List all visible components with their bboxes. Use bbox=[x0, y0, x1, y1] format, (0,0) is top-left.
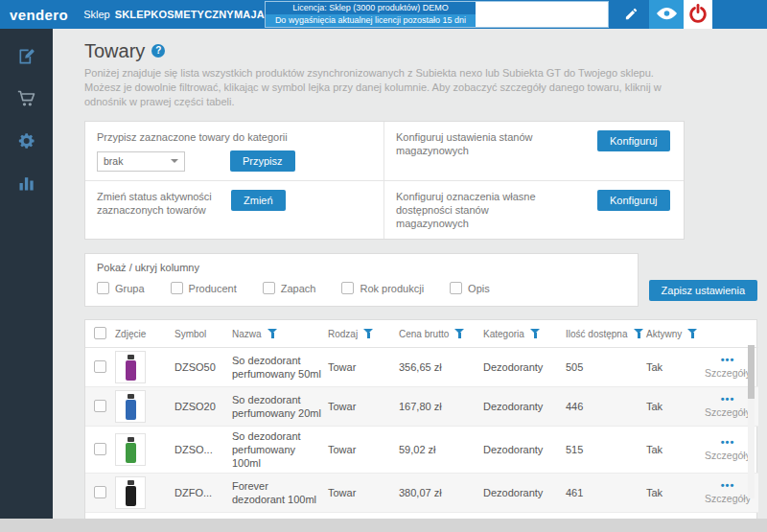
table-row: DZSO50 So dezodorant perfumowany 50ml To… bbox=[85, 348, 758, 387]
product-active: Tak bbox=[643, 348, 697, 387]
products-table: Zdjęcie Symbol Nazwa Rodzaj Cena brutto … bbox=[85, 320, 758, 513]
checkbox[interactable] bbox=[97, 282, 109, 294]
checkbox[interactable] bbox=[171, 282, 183, 294]
product-image bbox=[115, 476, 146, 509]
cart-icon bbox=[17, 89, 36, 110]
filter-icon[interactable] bbox=[530, 329, 541, 339]
column-toggle-label: Rok produkcji bbox=[360, 283, 424, 294]
page-title: Towary bbox=[84, 40, 145, 61]
table-scrollbar[interactable] bbox=[748, 345, 755, 498]
bulk-actions-panel: Przypisz zaznaczone towary do kategorii … bbox=[84, 121, 685, 240]
table-header-row: Zdjęcie Symbol Nazwa Rodzaj Cena brutto … bbox=[85, 320, 758, 348]
select-all-checkbox[interactable] bbox=[94, 327, 106, 339]
change-status-label: Zmień status aktywności zaznaczonych tow… bbox=[97, 190, 229, 217]
sidebar-item-statistics[interactable] bbox=[0, 163, 53, 205]
product-quantity: 461 bbox=[563, 474, 643, 513]
license-line1: Licencja: Sklep (3000 produktów) DEMO bbox=[266, 2, 476, 14]
product-price: 356,65 zł bbox=[396, 348, 480, 387]
row-checkbox[interactable] bbox=[94, 360, 106, 373]
scrollbar-thumb[interactable] bbox=[748, 345, 755, 399]
filter-icon[interactable] bbox=[454, 329, 465, 339]
stock-settings-label: Konfiguruj ustawienia stanów magazynowyc… bbox=[396, 130, 563, 157]
product-image bbox=[115, 351, 146, 383]
product-category: Dezodoranty bbox=[480, 427, 563, 474]
sidebar-item-products[interactable] bbox=[0, 36, 53, 79]
chevron-down-icon bbox=[171, 159, 178, 163]
chart-icon bbox=[17, 173, 36, 195]
shop-title: Sklep SKLEPKOSMETYCZNYMAJA bbox=[83, 0, 265, 29]
sidebar-item-orders[interactable] bbox=[0, 79, 53, 121]
product-quantity: 446 bbox=[563, 387, 643, 427]
row-checkbox[interactable] bbox=[94, 486, 106, 498]
filter-icon[interactable] bbox=[634, 329, 644, 339]
pagination: 1 Wyświetlanie elementów 1 - 4 z 4 bbox=[85, 513, 756, 519]
column-toggle-label: Opis bbox=[468, 283, 490, 294]
configure-stock-button[interactable]: Konfiguruj bbox=[597, 130, 670, 151]
col-header-active: Aktywny bbox=[643, 320, 697, 348]
product-type: Towar bbox=[325, 387, 396, 427]
filter-icon[interactable] bbox=[363, 329, 374, 339]
columns-panel-title: Pokaż / ukryj kolumny bbox=[97, 262, 626, 273]
preview-shop-button[interactable] bbox=[649, 0, 684, 29]
col-header-price: Cena brutto bbox=[396, 320, 480, 348]
product-name: Forever dezodorant 100ml bbox=[229, 474, 325, 513]
col-header-name: Nazwa bbox=[229, 320, 325, 348]
product-type: Towar bbox=[325, 474, 396, 513]
product-symbol: DZSO50 bbox=[172, 348, 229, 387]
checkbox[interactable] bbox=[341, 282, 354, 294]
column-toggle-rok-produkcji[interactable]: Rok produkcji bbox=[341, 282, 424, 294]
column-toggle-opis[interactable]: Opis bbox=[450, 282, 490, 294]
assign-button[interactable]: Przypisz bbox=[230, 150, 295, 172]
topbar: vendero Sklep SKLEPKOSMETYCZNYMAJA Licen… bbox=[0, 0, 767, 29]
product-price: 167,80 zł bbox=[396, 387, 480, 427]
pencil-icon bbox=[624, 7, 639, 23]
row-checkbox[interactable] bbox=[94, 443, 106, 455]
product-image bbox=[115, 433, 146, 466]
checkbox[interactable] bbox=[263, 282, 275, 294]
sidebar-item-settings[interactable] bbox=[0, 121, 53, 163]
availability-settings-label: Konfiguruj oznaczenia własne dostępności… bbox=[396, 190, 563, 230]
col-header-category: Kategoria bbox=[480, 320, 563, 348]
col-header-photo: Zdjęcie bbox=[112, 320, 172, 348]
gear-icon bbox=[17, 131, 36, 152]
column-toggle-zapach[interactable]: Zapach bbox=[263, 282, 316, 294]
product-active: Tak bbox=[643, 427, 697, 474]
checkbox[interactable] bbox=[450, 282, 462, 294]
product-category: Dezodoranty bbox=[480, 474, 563, 513]
license-progress-bar bbox=[476, 2, 608, 27]
table-row: DZSO20 So dezodorant perfumowany 20ml To… bbox=[85, 387, 758, 427]
column-options: Grupa Producent Zapach Rok produkcji Opi… bbox=[97, 282, 626, 294]
logout-button[interactable] bbox=[684, 0, 712, 29]
change-status-cell: Zmień status aktywności zaznaczonych tow… bbox=[85, 180, 384, 239]
category-select[interactable]: brak bbox=[97, 151, 185, 172]
product-category: Dezodoranty bbox=[480, 348, 563, 387]
row-checkbox[interactable] bbox=[94, 400, 106, 412]
page-description: Poniżej znajduje się lista wszystkich pr… bbox=[84, 66, 690, 109]
vendero-logo: vendero bbox=[0, 0, 83, 29]
change-status-button[interactable]: Zmień bbox=[231, 190, 286, 211]
save-settings-button[interactable]: Zapisz ustawienia bbox=[649, 280, 757, 301]
column-visibility-panel: Pokaż / ukryj kolumny Grupa Producent Za… bbox=[84, 253, 639, 307]
main-content: Towary ? Poniżej znajduje się lista wszy… bbox=[53, 29, 767, 519]
products-table-panel: Zdjęcie Symbol Nazwa Rodzaj Cena brutto … bbox=[84, 319, 757, 519]
product-image bbox=[115, 390, 146, 423]
availability-settings-cell: Konfiguruj oznaczenia własne dostępności… bbox=[384, 180, 684, 239]
product-quantity: 515 bbox=[563, 427, 643, 474]
product-type: Towar bbox=[325, 348, 396, 387]
product-name: So dezodorant perfumowany 100ml bbox=[229, 427, 325, 474]
filter-icon[interactable] bbox=[267, 329, 278, 339]
col-header-quantity: Ilość dostępna bbox=[563, 320, 643, 348]
product-quantity: 505 bbox=[563, 348, 643, 387]
product-type: Towar bbox=[325, 427, 396, 474]
configure-availability-button[interactable]: Konfiguruj bbox=[597, 190, 670, 211]
filter-icon[interactable] bbox=[687, 329, 697, 339]
product-price: 380,07 zł bbox=[396, 474, 480, 513]
column-toggle-grupa[interactable]: Grupa bbox=[97, 282, 145, 294]
help-icon[interactable]: ? bbox=[151, 44, 165, 58]
table-row: DZSO... So dezodorant perfumowany 100ml … bbox=[85, 427, 758, 474]
assign-category-label: Przypisz zaznaczone towary do kategorii bbox=[97, 130, 372, 144]
edit-shop-button[interactable] bbox=[613, 0, 649, 29]
column-toggle-producent[interactable]: Producent bbox=[171, 282, 237, 294]
table-row: DZFO... Forever dezodorant 100ml Towar 3… bbox=[85, 474, 758, 513]
column-toggle-label: Grupa bbox=[115, 283, 145, 294]
